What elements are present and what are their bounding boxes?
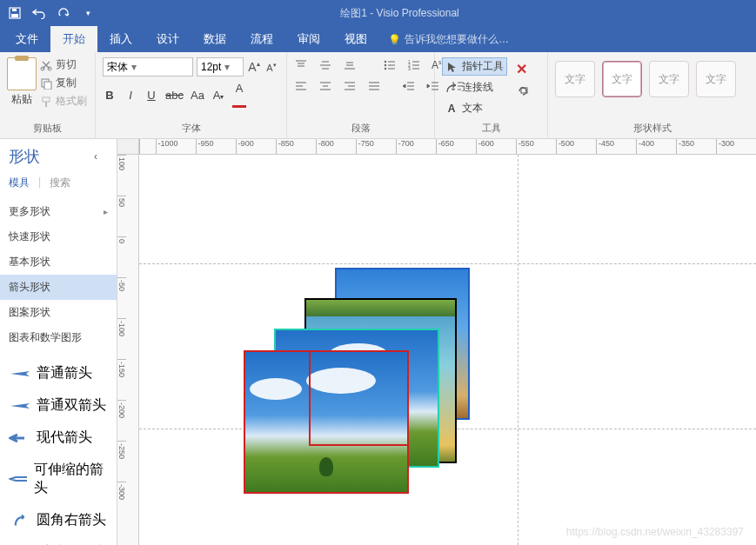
svg-point-10	[385, 68, 386, 70]
undo-icon[interactable]	[31, 5, 47, 21]
page-edge	[518, 155, 518, 545]
align-bottom-icon[interactable]	[343, 59, 358, 73]
menu-design[interactable]: 设计	[144, 26, 191, 52]
shape-item-stretch-arrow[interactable]: 可伸缩的箭头	[0, 454, 117, 504]
ruler-horizontal: -1000-950 -900-850 -800-750 -700-650 -60…	[139, 139, 756, 155]
svg-point-9	[385, 64, 386, 66]
format-painter-button[interactable]: 格式刷	[40, 94, 87, 109]
redo-icon[interactable]	[56, 5, 71, 21]
font-color-button[interactable]: A	[232, 82, 246, 108]
tell-me-search[interactable]: 💡 告诉我您想要做什么…	[379, 27, 518, 52]
menu-data[interactable]: 数据	[191, 26, 238, 52]
tab-search[interactable]: 搜索	[50, 176, 70, 190]
menu-home[interactable]: 开始	[50, 26, 97, 52]
cat-arrow-shapes[interactable]: 箭头形状	[0, 275, 117, 300]
svg-rect-6	[44, 82, 51, 90]
shape-item-arrow[interactable]: 普通箭头	[0, 357, 117, 389]
italic-button[interactable]: I	[124, 89, 137, 102]
ruler-vertical: 10050 0-50 -100-150 -200-250 -300	[117, 155, 139, 545]
copy-button[interactable]: 复制	[40, 76, 87, 90]
cat-pattern-shapes[interactable]: 图案形状	[0, 300, 117, 325]
shapes-panel: 形状 ‹ 模具 | 搜索 更多形状▸ 快速形状 基本形状 箭头形状 图案形状 图…	[0, 139, 117, 545]
window-title: 绘图1 - Visio Professional	[96, 6, 756, 21]
menu-insert[interactable]: 插入	[97, 26, 144, 52]
menu-review[interactable]: 审阅	[285, 26, 332, 52]
group-label-clipboard: 剪贴板	[7, 120, 88, 136]
cat-quick-shapes[interactable]: 快速形状	[0, 224, 117, 249]
canvas-image-inner[interactable]	[309, 350, 409, 446]
ribbon: 粘贴 剪切 复制 格式刷 剪贴板 宋体▾ 12pt▾ A▴ A▾ B I U a…	[0, 52, 756, 139]
underline-button[interactable]: U	[144, 89, 158, 102]
svg-rect-1	[11, 14, 18, 17]
tab-stencil[interactable]: 模具	[9, 176, 30, 190]
bold-button[interactable]: B	[103, 89, 117, 102]
menu-view[interactable]: 视图	[332, 26, 379, 52]
group-label-tools: 工具	[442, 120, 540, 136]
canvas-area[interactable]: -1000-950 -900-850 -800-750 -700-650 -60…	[117, 139, 756, 545]
svg-rect-2	[12, 9, 17, 11]
paste-button[interactable]: 粘贴	[7, 56, 37, 107]
decrease-font-icon[interactable]: A▾	[264, 62, 278, 73]
shape-style-1[interactable]: 文字	[555, 61, 595, 97]
shape-style-3[interactable]: 文字	[649, 61, 689, 97]
align-middle-icon[interactable]	[318, 59, 334, 73]
shape-item-cane-arrow[interactable]: 手杖形箭头	[0, 536, 117, 545]
svg-point-8	[385, 61, 386, 63]
shape-item-rounded-right[interactable]: 圆角右箭头	[0, 504, 117, 536]
shape-style-2[interactable]: 文字	[602, 61, 642, 97]
text-tool-button[interactable]: A文本	[442, 99, 507, 117]
font-dialog-button[interactable]: A▾	[211, 89, 225, 102]
cancel-icon[interactable]: ✕	[516, 61, 530, 77]
ruler-corner	[117, 139, 139, 155]
numbering-icon[interactable]: 123	[407, 59, 423, 73]
cut-button[interactable]: 剪切	[40, 57, 87, 72]
chevron-right-icon: ▸	[104, 207, 108, 216]
svg-text:3: 3	[408, 66, 411, 71]
font-size-combo[interactable]: 12pt▾	[197, 57, 244, 76]
svg-rect-7	[43, 97, 50, 102]
menu-file[interactable]: 文件	[3, 26, 50, 52]
watermark: https://blog.csdn.net/weixin_43283397	[566, 526, 744, 538]
increase-font-icon[interactable]: A▴	[247, 60, 261, 74]
page-edge	[139, 263, 756, 264]
cat-more-shapes[interactable]: 更多形状▸	[0, 199, 117, 224]
bullets-icon[interactable]	[383, 59, 398, 73]
connector-tool-button[interactable]: 连接线	[442, 78, 507, 96]
cat-basic-shapes[interactable]: 基本形状	[0, 249, 117, 275]
shape-style-4[interactable]: 文字	[696, 61, 736, 97]
strike-button[interactable]: abc	[165, 89, 184, 102]
collapse-panel-icon[interactable]: ‹	[94, 150, 108, 163]
shape-item-modern-arrow[interactable]: 现代箭头	[0, 422, 117, 454]
change-case-button[interactable]: Aa	[191, 89, 204, 102]
shape-item-double-arrow[interactable]: 普通双箭头	[0, 389, 117, 422]
cat-chart-math[interactable]: 图表和数学图形	[0, 325, 117, 350]
clipboard-icon	[7, 57, 37, 90]
decrease-indent-icon[interactable]	[402, 80, 418, 94]
shapes-title: 形状	[9, 146, 40, 167]
rotate-icon[interactable]	[516, 84, 530, 102]
align-right-icon[interactable]	[343, 80, 358, 94]
align-top-icon[interactable]	[294, 59, 310, 73]
font-name-combo[interactable]: 宋体▾	[103, 57, 193, 76]
qat-dropdown-icon[interactable]: ▾	[80, 5, 96, 21]
lightbulb-icon: 💡	[388, 34, 401, 46]
group-label-paragraph: 段落	[294, 120, 427, 136]
menu-process[interactable]: 流程	[238, 26, 285, 52]
align-left-icon[interactable]	[294, 80, 310, 94]
align-center-icon[interactable]	[318, 80, 334, 94]
save-icon[interactable]	[7, 5, 23, 21]
justify-icon[interactable]	[367, 80, 383, 94]
group-label-styles: 形状样式	[555, 120, 749, 136]
pointer-tool-button[interactable]: 指针工具	[442, 57, 507, 76]
group-label-font: 字体	[103, 120, 279, 136]
